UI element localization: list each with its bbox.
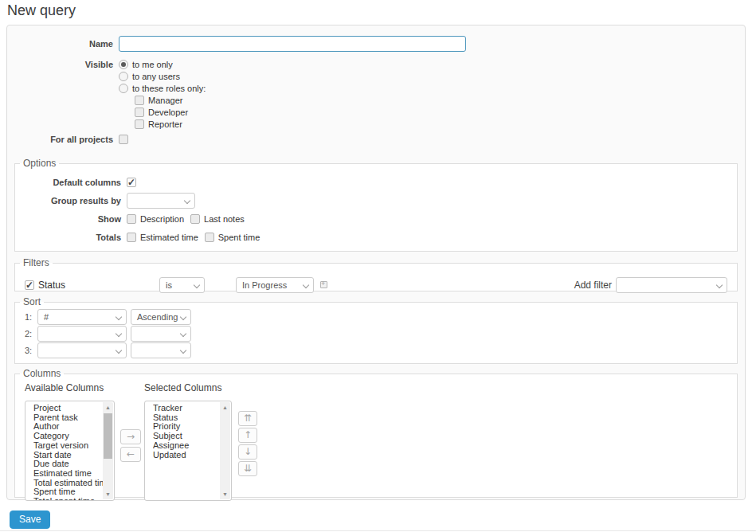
role-label: Developer [148,108,188,117]
sort-index: 3: [25,346,37,355]
available-columns-scrollbar[interactable]: ▲ ▼ [103,402,113,499]
role-manager[interactable]: Manager [135,94,206,106]
add-filter-label: Add filter [574,280,612,291]
visible-option-label: to any users [132,72,180,81]
filter-value: In Progress [242,280,287,290]
role-label: Manager [148,96,182,105]
totals-spent-time-label: Spent time [218,233,260,242]
available-columns-header: Available Columns [25,382,115,396]
sort-legend: Sort [20,296,44,307]
chevron-down-icon [116,331,122,337]
sort-1-column-select[interactable]: # [37,309,127,325]
list-item[interactable]: Due date [33,460,103,469]
scroll-down-icon[interactable]: ▼ [103,489,113,499]
filter-status-checkbox[interactable] [25,280,34,290]
arrow-left-icon: ← [127,448,135,460]
default-columns-checkbox[interactable] [127,178,136,187]
name-label: Name [7,39,119,49]
list-item[interactable]: Subject [153,432,220,441]
role-developer[interactable]: Developer [135,106,206,118]
filter-status-label: Status [38,280,65,291]
visible-option-any-users[interactable]: to any users [119,70,206,82]
chevron-down-icon [116,347,122,354]
list-item[interactable]: Target version [33,441,103,451]
arrow-right-icon: → [127,431,135,442]
totals-spent-time-checkbox[interactable] [205,233,214,242]
list-item[interactable]: Start date [33,451,103,460]
list-item[interactable]: Total estimated time [33,479,103,488]
radio-to-me-only[interactable] [119,60,128,69]
sort-1-column-value: # [44,312,49,322]
list-item[interactable]: Parent task [33,413,103,423]
chevron-down-icon [716,281,723,288]
totals-label: Totals [15,233,127,242]
list-item[interactable]: Status [153,413,220,423]
page-title: New query [7,2,756,19]
double-arrow-up-icon: ⇈ [244,413,252,424]
sort-2-column-select[interactable] [37,326,127,342]
checkbox-role-reporter[interactable] [135,119,144,129]
scroll-up-icon[interactable]: ▲ [103,402,113,413]
sort-2-order-select[interactable] [131,326,191,342]
arrow-down-icon: ↓ [244,446,252,457]
move-down-button[interactable]: ↓ [238,444,257,460]
selected-columns-scrollbar[interactable]: ▲ ▼ [220,402,230,499]
group-results-by-select[interactable] [127,193,195,209]
visible-option-label: to me only [132,60,173,69]
list-item[interactable]: Spent time [33,487,103,497]
filter-operator-select[interactable]: is [159,277,205,293]
list-item[interactable]: Updated [153,451,220,460]
radio-any-users[interactable] [119,72,128,81]
list-item[interactable]: Category [33,432,103,441]
show-last-notes-label: Last notes [204,214,245,224]
sort-1-order-select[interactable]: Ascending [131,309,191,325]
visible-option-roles-only[interactable]: to these roles only: [119,82,206,94]
chevron-down-icon [184,197,190,203]
scrollbar-thumb[interactable] [104,413,112,459]
radio-roles-only[interactable] [119,84,128,93]
show-description-checkbox[interactable] [127,214,136,224]
query-form: Name Visible to me only to any users to … [6,25,746,500]
double-arrow-down-icon: ⇊ [244,463,252,474]
filter-operator-value: is [166,280,172,290]
list-item[interactable]: Author [33,422,103,432]
list-item[interactable]: Project [33,404,103,413]
show-last-notes-checkbox[interactable] [190,214,200,224]
role-reporter[interactable]: Reporter [135,118,206,130]
move-up-button[interactable]: ↑ [238,428,257,443]
move-to-bottom-button[interactable]: ⇊ [238,461,257,476]
list-item[interactable]: Priority [153,422,220,432]
toggle-multiselect-icon[interactable] [320,281,327,288]
move-to-top-button[interactable]: ⇈ [238,411,257,426]
sort-3-column-select[interactable] [37,342,127,358]
visible-option-label: to these roles only: [132,84,206,93]
name-input[interactable] [119,36,466,52]
list-item[interactable]: Assignee [153,441,220,451]
footer-divider [0,530,756,531]
checkbox-role-developer[interactable] [135,108,144,117]
visible-option-to-me-only[interactable]: to me only [119,58,206,70]
sort-3-order-select[interactable] [131,342,191,358]
list-item[interactable]: Tracker [153,404,220,413]
filter-value-select[interactable]: In Progress [236,277,314,293]
group-results-by-label: Group results by [15,196,127,205]
for-all-projects-checkbox[interactable] [119,135,128,144]
chevron-down-icon [180,347,186,354]
save-button[interactable]: Save [10,510,50,529]
selected-columns-listbox[interactable]: TrackerStatusPrioritySubjectAssigneeUpda… [144,401,232,501]
list-item[interactable]: Estimated time [33,469,103,479]
sort-index: 1: [25,312,37,322]
add-filter-select[interactable] [616,277,727,293]
options-legend: Options [20,158,59,169]
scroll-down-icon[interactable]: ▼ [220,489,230,499]
available-columns-listbox[interactable]: ProjectParent taskAuthorCategoryTarget v… [25,401,115,501]
chevron-down-icon [180,314,186,320]
move-left-button[interactable]: ← [120,447,141,462]
move-right-button[interactable]: → [120,429,141,444]
scroll-up-icon[interactable]: ▲ [220,402,230,413]
list-item[interactable]: Total spent time [33,497,103,501]
sort-index: 2: [25,329,37,338]
sort-1-order-value: Ascending [137,312,178,322]
totals-estimated-time-checkbox[interactable] [127,233,136,242]
checkbox-role-manager[interactable] [135,96,144,105]
